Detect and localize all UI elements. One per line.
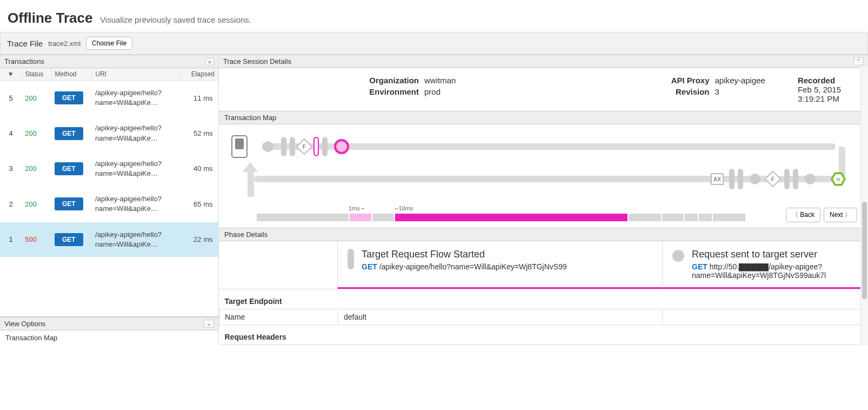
view-options-toggle[interactable]: ⌄ — [204, 320, 214, 328]
request-headers-section: Request Headers — [219, 325, 868, 345]
phase-target-request[interactable]: Target Request Flow Started GET /apikey-… — [338, 241, 663, 289]
tx-status: 200 — [22, 151, 51, 186]
tx-status: 500 — [22, 222, 51, 257]
flow-policy-icon[interactable] — [281, 137, 286, 156]
view-options-title: View Options — [4, 320, 45, 328]
detail-table: Target Endpoint Name default Request Hea… — [219, 289, 868, 345]
view-options-item[interactable]: Transaction Map — [0, 330, 218, 345]
tx-elapsed: 65 ms — [181, 187, 218, 222]
details-title: Trace Session Details — [223, 57, 291, 65]
name-label: Name — [219, 309, 338, 325]
tx-uri: /apikey-apigee/hello?name=Will&apiKe… — [92, 151, 181, 186]
tx-elapsed: 22 ms — [181, 222, 218, 257]
trace-file-label: Trace File — [7, 39, 43, 48]
phase-request-sent[interactable]: Request sent to target server GET http:/… — [663, 241, 868, 289]
recorded-time: 3:19:21 PM — [798, 94, 841, 103]
flow-ax-icon[interactable]: AX — [711, 173, 724, 185]
method-button[interactable]: GET — [55, 91, 83, 104]
phase-mid-title: Target Request Flow Started — [362, 249, 567, 260]
flow-step-icon[interactable] — [805, 174, 816, 184]
flow-step-icon[interactable] — [263, 141, 273, 152]
flow-policy-icon[interactable] — [793, 169, 798, 189]
proxy-value: apikey-apigee — [715, 76, 765, 85]
collapse-left-button[interactable]: « — [205, 58, 214, 65]
col-uri[interactable]: URI — [92, 68, 181, 81]
phase-right-path: http://50.▇▇▇▇▇/apikey-apigee?name=Will&… — [692, 262, 826, 280]
target-endpoint-section: Target Endpoint — [219, 289, 868, 309]
details-header: Trace Session Details ⌃ — [219, 55, 868, 68]
phase-mid-method: GET — [362, 262, 377, 271]
latency-timeline[interactable]: 1ms ⌐ ⌐10ms — [257, 208, 775, 222]
recorded-date: Feb 5, 2015 — [798, 85, 841, 94]
table-row[interactable]: 2200GET/apikey-apigee/hello?name=Will&ap… — [0, 187, 218, 222]
transaction-map-header: Transaction Map — [219, 111, 868, 124]
phase-right-title: Request sent to target server — [692, 249, 858, 260]
tx-uri: /apikey-apigee/hello?name=Will&apiKe… — [92, 81, 181, 116]
flow-condition-icon[interactable]: F — [764, 170, 781, 187]
client-icon — [231, 135, 248, 158]
flow-policy-active-icon[interactable] — [313, 137, 319, 156]
tx-uri: /apikey-apigee/hello?name=Will&apiKe… — [92, 187, 181, 222]
flow-policy-icon[interactable] — [290, 137, 295, 156]
table-row[interactable]: 3200GET/apikey-apigee/hello?name=Will&ap… — [0, 151, 218, 186]
tx-elapsed: 52 ms — [181, 116, 218, 151]
org-value: wwitman — [424, 76, 456, 85]
name-value: default — [338, 309, 663, 325]
vertical-scrollbar[interactable] — [860, 67, 868, 345]
timeline-1ms-label: 1ms ⌐ — [349, 205, 365, 211]
transaction-map: F AX F — [219, 124, 868, 197]
tx-uri: /apikey-apigee/hello?name=Will&apiKe… — [92, 116, 181, 151]
col-sort[interactable]: ▼ — [0, 68, 22, 81]
flow-step-current-icon[interactable] — [334, 139, 349, 154]
phase-pill-icon — [348, 249, 354, 269]
method-button[interactable]: GET — [55, 162, 83, 175]
flow-step-icon[interactable] — [750, 174, 760, 184]
phase-details-header: Phase Details — [219, 228, 868, 241]
trace-file-bar: Trace File trace2.xml Choose File — [0, 32, 868, 55]
rev-value: 3 — [715, 87, 719, 96]
transactions-title: Transactions — [4, 57, 44, 65]
details-expand-button[interactable]: ⌃ — [853, 57, 864, 65]
col-method[interactable]: Method — [51, 68, 92, 81]
flow-policy-icon[interactable] — [784, 169, 790, 189]
tx-num: 1 — [0, 222, 22, 257]
method-button[interactable]: GET — [55, 127, 83, 140]
recorded-label: Recorded — [798, 76, 841, 85]
tx-status: 200 — [22, 116, 51, 151]
table-row[interactable]: 5200GET/apikey-apigee/hello?name=Will&ap… — [0, 81, 218, 116]
env-label: Environment — [359, 87, 419, 96]
method-button[interactable]: GET — [55, 233, 83, 246]
flow-condition-icon[interactable]: F — [296, 138, 312, 155]
rev-label: Revision — [650, 87, 710, 96]
flow-policy-icon[interactable] — [738, 169, 743, 189]
target-node-icon[interactable]: n — [831, 171, 846, 187]
page-title: Offline Trace — [8, 10, 93, 27]
tx-num: 4 — [0, 116, 22, 151]
back-button[interactable]: 〈 Back — [786, 208, 820, 222]
flow-policy-icon[interactable] — [729, 169, 735, 189]
choose-file-button[interactable]: Choose File — [86, 37, 132, 50]
timeline-10ms-label: ⌐10ms — [395, 205, 413, 211]
org-label: Organization — [359, 76, 419, 85]
col-status[interactable]: Status — [22, 68, 51, 81]
phase-circle-icon — [672, 250, 684, 262]
tx-status: 200 — [22, 81, 51, 116]
next-button[interactable]: Next 〉 — [824, 208, 857, 222]
env-value: prod — [424, 87, 440, 96]
table-row[interactable]: 4200GET/apikey-apigee/hello?name=Will&ap… — [0, 116, 218, 151]
flow-policy-icon[interactable] — [322, 137, 328, 156]
tx-elapsed: 40 ms — [181, 151, 218, 186]
view-options-header[interactable]: View Options ⌄ — [0, 317, 218, 330]
proxy-label: API Proxy — [650, 76, 710, 85]
tx-num: 3 — [0, 151, 22, 186]
tx-status: 200 — [22, 187, 51, 222]
phase-mid-path: /apikey-apigee/hello?name=Will&apiKey=Wj… — [379, 262, 567, 271]
table-row[interactable]: 1500GET/apikey-apigee/hello?name=Will&ap… — [0, 222, 218, 257]
tx-elapsed: 11 ms — [181, 81, 218, 116]
col-elapsed[interactable]: Elapsed — [181, 68, 218, 81]
phase-right-method: GET — [692, 262, 707, 271]
trace-file-name: trace2.xml — [48, 39, 81, 48]
tx-num: 5 — [0, 81, 22, 116]
method-button[interactable]: GET — [55, 197, 83, 210]
transactions-table: ▼ Status Method URI Elapsed 5200GET/apik… — [0, 68, 218, 257]
